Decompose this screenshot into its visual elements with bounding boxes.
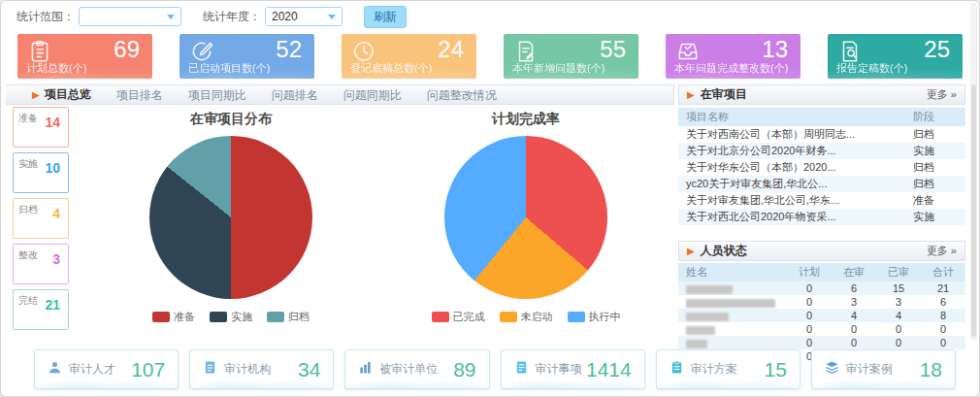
- pie-chart-project-distribution: 在审项目分布 准备 实施 归档: [84, 106, 377, 344]
- summary-card-row: 审计人才 107 审计机构 34 被审计单位 89 审计事项 1414 审计方案…: [34, 349, 956, 389]
- summary-value: 107: [131, 358, 165, 381]
- kpi-card-final-reports: 25 报告定稿数(个): [828, 34, 963, 79]
- active-tab-marker-icon: ▶: [32, 89, 40, 100]
- summary-card-audit-plans: 审计方案 15: [656, 349, 800, 389]
- clipboard-list-icon: [27, 39, 52, 68]
- table-row[interactable]: 0000: [678, 336, 965, 349]
- tab-issue-rectification[interactable]: 问题整改情况: [414, 85, 509, 105]
- summary-card-audit-cases: 审计案例 18: [811, 349, 956, 389]
- table-row[interactable]: yc20关于对审友集团,华北公...归档: [678, 176, 965, 192]
- tab-issue-ranking[interactable]: 问题排名: [259, 85, 331, 105]
- kpi-value: 52: [276, 36, 302, 63]
- table-row[interactable]: 关于对西北公司2020年物资采...实施: [678, 209, 965, 225]
- legend-item[interactable]: 准备: [152, 310, 195, 324]
- kpi-card-row: 69 计划总数(个) 52 已启动项目数(个) 24 登记底稿总数(个) 55 …: [17, 34, 963, 79]
- status-box-label: 整改: [18, 248, 38, 262]
- section-marker-icon: ▶: [687, 246, 695, 256]
- kpi-label: 已启动项目数(个): [188, 61, 270, 76]
- status-box-value: 21: [45, 297, 60, 313]
- document-icon: [514, 360, 529, 379]
- table-row[interactable]: 关于对西南公司（本部）周明同志...归档: [678, 126, 965, 143]
- column-header: 已审: [876, 263, 921, 281]
- more-link[interactable]: 更多 »: [927, 87, 957, 102]
- kpi-card-started-projects: 52 已启动项目数(个): [180, 34, 314, 79]
- legend-item[interactable]: 已完成: [432, 310, 485, 324]
- edit-circle-icon: [189, 39, 214, 68]
- tab-project-yoy[interactable]: 项目同期比: [176, 85, 259, 105]
- file-icon: [203, 360, 217, 379]
- pie: [444, 136, 607, 299]
- kpi-value: 24: [438, 36, 464, 63]
- table-row[interactable]: 关于对审友集团,华北公司,华东...准备: [678, 192, 965, 209]
- legend-swatch: [432, 312, 449, 322]
- table-row[interactable]: 0000: [678, 322, 965, 336]
- kpi-label: 本年新增问题数(个): [512, 61, 604, 76]
- table-row[interactable]: 0448: [678, 309, 965, 322]
- column-header: 阶段: [905, 108, 965, 126]
- layers-icon: [825, 360, 839, 379]
- summary-label: 审计机构: [224, 361, 271, 378]
- legend-item[interactable]: 执行中: [568, 310, 621, 324]
- legend-item[interactable]: 实施: [210, 310, 252, 324]
- tab-bar: ▶项目总览 项目排名 项目同期比 问题排名 问题同期比 问题整改情况: [6, 84, 674, 105]
- pie-chart-plan-completion: 计划完成率 已完成 未启动 执行中: [379, 106, 672, 344]
- tab-issue-yoy[interactable]: 问题同期比: [331, 85, 414, 105]
- summary-value: 15: [765, 358, 787, 381]
- status-box-column: 准备 14 实施 10 归档 4 整改 3 完结 21: [13, 107, 71, 335]
- table-row[interactable]: 0336: [678, 295, 965, 309]
- tab-project-ranking[interactable]: 项目排名: [104, 85, 176, 105]
- kpi-card-plan-total: 69 计划总数(个): [17, 34, 152, 79]
- kpi-value: 25: [924, 36, 950, 63]
- document-pen-icon: [513, 39, 539, 68]
- more-link[interactable]: 更多 »: [927, 244, 957, 258]
- chart-title: 在审项目分布: [84, 111, 377, 128]
- chart-legend: 已完成 未启动 执行中: [379, 310, 672, 324]
- legend-swatch: [500, 312, 517, 322]
- kpi-value: 55: [600, 36, 626, 63]
- legend-item[interactable]: 未启动: [500, 310, 553, 324]
- summary-value: 34: [298, 358, 320, 381]
- column-header: 项目名称: [678, 108, 905, 126]
- audit-dashboard: 统计范围： 统计年度： 2020 刷新 69 计划总数(个) 52 已启动项目数…: [0, 0, 980, 397]
- status-box-value: 10: [45, 160, 60, 176]
- scrollbar-thumb[interactable]: [971, 84, 976, 337]
- user-icon: [48, 360, 62, 379]
- summary-label: 审计方案: [691, 361, 737, 378]
- column-header: 计划: [787, 263, 832, 281]
- refresh-button[interactable]: 刷新: [364, 6, 407, 28]
- year-select[interactable]: 2020: [265, 7, 343, 26]
- redacted-name: [686, 326, 715, 335]
- table-row[interactable]: 061521: [678, 281, 965, 295]
- summary-card-audit-matters: 审计事项 1414: [501, 349, 645, 389]
- status-box-label: 完结: [18, 294, 38, 308]
- redacted-name: [686, 340, 707, 348]
- status-box-archive: 归档 4: [13, 198, 69, 239]
- kpi-value: 69: [114, 36, 140, 63]
- kpi-label: 登记底稿总数(个): [350, 61, 432, 76]
- staff-status-table: 姓名 计划 在审 已审 合计 061521 0336 0448 0000 000…: [678, 263, 965, 363]
- status-box-value: 14: [45, 115, 60, 130]
- tab-project-overview[interactable]: ▶项目总览: [19, 84, 104, 105]
- document-search-icon: [837, 39, 863, 68]
- table-row[interactable]: 关于对北京分公司2020年财务...实施: [678, 143, 965, 159]
- legend-item[interactable]: 归档: [267, 310, 310, 324]
- status-box-prepare: 准备 14: [13, 107, 69, 148]
- kpi-card-rectified-issues: 13 本年问题完成整改数(个): [666, 34, 800, 79]
- legend-swatch: [210, 312, 227, 322]
- pending-projects-panel: ▶ 在审项目 更多 » 项目名称 阶段 关于对西南公司（本部）周明同志...归档…: [678, 84, 965, 225]
- clock-icon: [351, 39, 376, 68]
- kpi-label: 计划总数(个): [26, 61, 86, 76]
- summary-value: 18: [920, 358, 942, 381]
- redacted-name: [686, 285, 733, 294]
- pie: [149, 136, 312, 299]
- vertical-scrollbar[interactable]: [970, 3, 977, 341]
- summary-label: 审计案例: [846, 361, 893, 378]
- summary-card-audit-org: 审计机构 34: [189, 349, 334, 389]
- filter-topbar: 统计范围： 统计年度： 2020 刷新: [1, 1, 979, 32]
- summary-label: 被审计单位: [379, 361, 438, 378]
- table-row[interactable]: 关于对华东公司（本部）2020...归档: [678, 159, 965, 176]
- scope-select[interactable]: [79, 7, 181, 26]
- summary-value: 89: [453, 358, 475, 381]
- chart-title: 计划完成率: [379, 111, 672, 128]
- kpi-card-registered-drafts: 24 登记底稿总数(个): [342, 34, 476, 79]
